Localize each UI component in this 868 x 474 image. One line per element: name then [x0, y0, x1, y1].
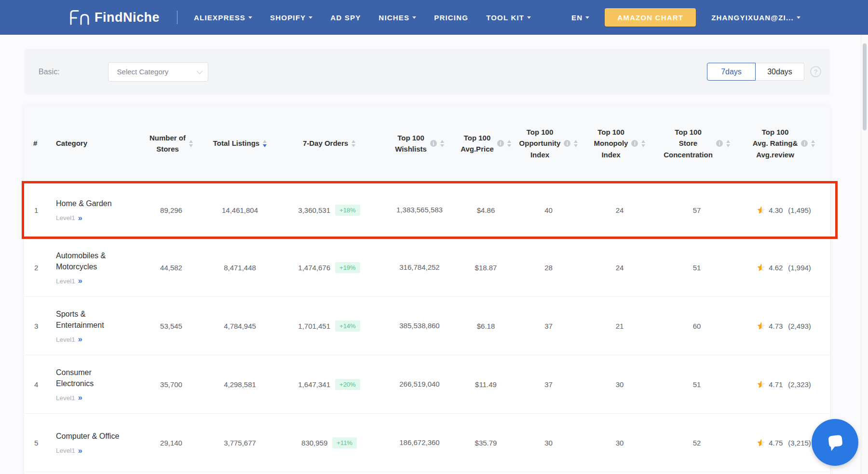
column-header[interactable]: Top 100 Monopoly Index — [583, 126, 656, 160]
category-level-link[interactable]: Level1 » — [56, 335, 82, 343]
user-account-dropdown[interactable]: ZHANGYIXUAN@ZI... — [711, 14, 800, 22]
amazon-chart-button[interactable]: AMAZON CHART — [605, 8, 696, 27]
row-rank: 1 — [24, 182, 51, 238]
top-navbar: FindNiche ALIEXPRESS SHOPIFY AD SPY NICH… — [0, 0, 868, 35]
sort-asc-icon[interactable] — [263, 140, 267, 143]
page-scrollbar-thumb[interactable] — [863, 43, 867, 130]
column-header[interactable]: Total Listings — [203, 138, 277, 149]
rating-value: 4.73 — [769, 322, 783, 330]
column-header[interactable]: # — [24, 138, 51, 149]
nav-item[interactable]: SHOPIFY — [270, 14, 312, 22]
sort-carets[interactable] — [189, 140, 193, 147]
nav-item[interactable]: TOOL KIT — [486, 14, 531, 22]
caret-down-icon — [585, 16, 589, 19]
table-row[interactable]: 4 Consumer Electronics Level1 » 35,700 4… — [24, 355, 830, 414]
sort-asc-icon[interactable] — [726, 140, 730, 143]
column-header[interactable]: Top 100 Wishlists — [381, 132, 458, 155]
column-header[interactable]: Top 100 Avg.Price — [458, 132, 514, 155]
nav-item[interactable]: PRICING — [434, 14, 468, 22]
table-header-row: # Category Number of Stores Total Listin… — [24, 105, 830, 182]
orders-value: 1,701,451 — [298, 322, 330, 330]
info-icon[interactable] — [497, 140, 504, 147]
help-icon[interactable] — [810, 66, 821, 77]
table-row[interactable]: 3 Sports & Entertainment Level1 » 53,545… — [24, 297, 830, 355]
sort-carets[interactable] — [263, 140, 267, 147]
stores-value: 35,700 — [140, 355, 203, 413]
sort-carets[interactable] — [641, 140, 645, 147]
column-header[interactable]: Top 100 Avg. Rating& Avg.review — [738, 126, 830, 160]
sort-desc-icon[interactable] — [189, 144, 193, 147]
category-link[interactable]: Computer & Office — [56, 431, 119, 442]
double-chevron-icon: » — [78, 277, 82, 285]
info-icon[interactable] — [430, 140, 437, 147]
sort-asc-icon[interactable] — [811, 140, 815, 143]
sort-asc-icon[interactable] — [352, 140, 355, 143]
rating-cell: 4.30 (1,495) — [738, 182, 830, 238]
category-link[interactable]: Sports & Entertainment — [56, 308, 123, 331]
sort-desc-icon[interactable] — [440, 144, 444, 147]
sort-carets[interactable] — [440, 140, 444, 147]
table-row[interactable]: 2 Automobiles & Motorcycles Level1 » 44,… — [24, 238, 830, 297]
sort-carets[interactable] — [574, 140, 578, 147]
sort-desc-icon[interactable] — [352, 144, 355, 147]
info-icon[interactable] — [564, 140, 570, 147]
column-header[interactable]: Top 100 Store Concentration — [656, 126, 738, 160]
findniche-logo[interactable]: FindNiche — [68, 8, 160, 27]
table-row[interactable]: 1 Home & Garden Level1 » 89,296 14,461,8… — [24, 182, 830, 238]
nav-item[interactable]: NICHES — [379, 14, 416, 22]
row-rank: 5 — [24, 414, 51, 472]
column-header[interactable]: Top 100 Opportunity Index — [514, 126, 583, 160]
sort-desc-icon[interactable] — [263, 144, 267, 147]
listings-value: 14,461,804 — [203, 182, 277, 238]
wishlists-cell: 385,538,860 — [381, 297, 458, 355]
wishlists-value: 316,784,252 — [399, 262, 439, 273]
range-30days-button[interactable]: 30days — [756, 63, 804, 81]
sort-carets[interactable] — [352, 140, 355, 147]
caret-down-icon — [412, 16, 416, 19]
category-select[interactable]: Select Category — [108, 62, 208, 82]
store-concentration-value: 52 — [656, 414, 738, 472]
row-category-cell: Consumer Electronics Level1 » — [51, 355, 140, 413]
category-link[interactable]: Consumer Electronics — [56, 367, 123, 389]
info-icon[interactable] — [716, 140, 723, 147]
main-nav: ALIEXPRESS SHOPIFY AD SPY NICHES PRICING… — [194, 14, 531, 22]
info-icon[interactable] — [801, 140, 808, 147]
info-icon[interactable] — [631, 140, 638, 147]
orders-value: 3,360,531 — [298, 206, 330, 214]
sort-asc-icon[interactable] — [641, 140, 645, 143]
column-header[interactable]: Number of Stores — [140, 132, 203, 155]
page-scrollbar-track[interactable] — [861, 35, 868, 474]
column-header[interactable]: Category — [51, 138, 140, 149]
category-link[interactable]: Home & Garden — [56, 198, 112, 209]
sort-asc-icon[interactable] — [440, 140, 444, 143]
sort-desc-icon[interactable] — [641, 144, 645, 147]
nav-divider — [177, 11, 177, 24]
opportunity-index-value: 37 — [514, 355, 583, 413]
category-level-link[interactable]: Level1 » — [56, 447, 82, 455]
double-chevron-icon: » — [78, 214, 82, 222]
orders-change-badge: +14% — [335, 321, 360, 332]
sort-asc-icon[interactable] — [189, 140, 193, 143]
sort-desc-icon[interactable] — [574, 144, 578, 147]
category-link[interactable]: Automobiles & Motorcycles — [56, 250, 123, 272]
category-level-link[interactable]: Level1 » — [56, 394, 82, 402]
category-level-link[interactable]: Level1 » — [56, 277, 82, 285]
range-7days-button[interactable]: 7days — [707, 63, 756, 81]
nav-item[interactable]: AD SPY — [330, 14, 361, 22]
column-header[interactable]: 7-Day Orders — [277, 138, 381, 149]
sort-carets[interactable] — [811, 140, 815, 147]
category-level-link[interactable]: Level1 » — [56, 214, 82, 222]
listings-value: 8,471,448 — [203, 238, 277, 296]
sort-carets[interactable] — [507, 140, 511, 147]
sort-desc-icon[interactable] — [811, 144, 815, 147]
sort-carets[interactable] — [726, 140, 730, 147]
language-dropdown[interactable]: EN — [571, 14, 589, 22]
table-row[interactable]: 5 Computer & Office Level1 » 29,140 3,77… — [24, 414, 830, 472]
sort-desc-icon[interactable] — [726, 144, 730, 147]
sort-asc-icon[interactable] — [574, 140, 578, 143]
reviews-count: (1,994) — [788, 264, 811, 272]
sort-desc-icon[interactable] — [507, 144, 511, 147]
sort-asc-icon[interactable] — [507, 140, 511, 143]
nav-item[interactable]: ALIEXPRESS — [194, 14, 252, 22]
chat-widget-button[interactable] — [812, 419, 858, 466]
